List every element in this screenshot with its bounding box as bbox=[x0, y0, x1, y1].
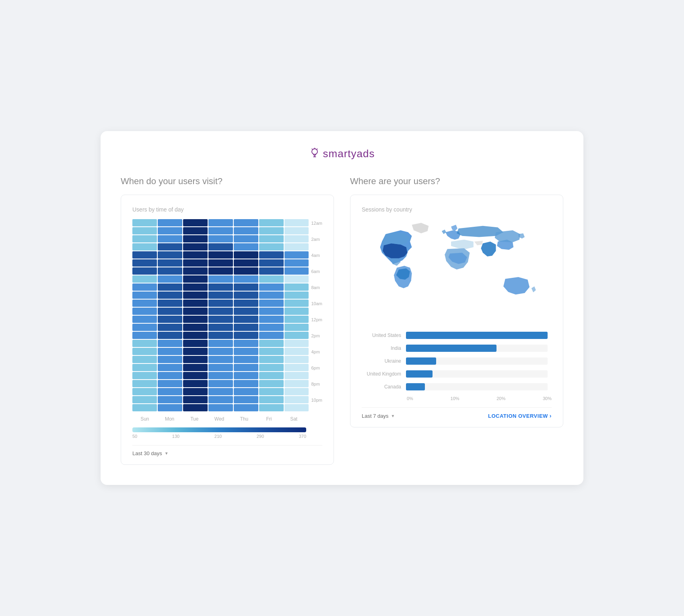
heatmap-cell bbox=[208, 380, 233, 387]
heatmap-cell bbox=[208, 267, 233, 275]
heatmap-cell bbox=[208, 235, 233, 242]
bar-track bbox=[406, 332, 548, 339]
day-label: Sat bbox=[281, 416, 306, 422]
heatmap-cell bbox=[259, 340, 284, 347]
heatmap-cell bbox=[208, 283, 233, 291]
heatmap-cell bbox=[158, 316, 182, 323]
heatmap-cell bbox=[234, 372, 258, 379]
heatmap-cell bbox=[234, 348, 258, 355]
heatmap-cell bbox=[132, 364, 157, 371]
heatmap-cell bbox=[183, 396, 208, 403]
heatmap-cell bbox=[234, 243, 258, 251]
heatmap-cell bbox=[259, 235, 284, 242]
heatmap-cell bbox=[208, 364, 233, 371]
heatmap-cell bbox=[208, 340, 233, 347]
heatmap-cell bbox=[234, 300, 258, 307]
time-label: 12pm bbox=[311, 316, 322, 324]
time-label: 6am bbox=[311, 267, 322, 275]
heatmap-cell bbox=[234, 308, 258, 315]
location-overview-link[interactable]: LOCATION OVERVIEW › bbox=[488, 413, 552, 419]
map-date-label: Last 7 days bbox=[362, 413, 389, 419]
heatmap-cell bbox=[132, 243, 157, 251]
heatmap-cell bbox=[259, 259, 284, 267]
heatmap-cell bbox=[284, 380, 309, 387]
country-bar-chart: United StatesIndiaUkraineUnited KingdomC… bbox=[362, 332, 552, 390]
heatmap-col-tue bbox=[183, 219, 208, 412]
svg-line-2 bbox=[317, 149, 317, 150]
heatmap-cell bbox=[208, 219, 233, 226]
heatmap-cell bbox=[208, 388, 233, 395]
heatmap-cell bbox=[132, 300, 157, 307]
bar-row: Ukraine bbox=[366, 357, 548, 365]
legend-value: 210 bbox=[214, 434, 222, 439]
heatmap-cell bbox=[132, 340, 157, 347]
heatmap-cell bbox=[259, 292, 284, 299]
logo-area: smartyads bbox=[121, 147, 563, 160]
heatmap-subtitle: Users by time of day bbox=[132, 206, 322, 213]
heatmap-cell bbox=[158, 364, 182, 371]
map-card: Sessions by country bbox=[350, 195, 563, 427]
heatmap-cell bbox=[158, 308, 182, 315]
heatmap-cell bbox=[158, 275, 182, 283]
right-section: Where are your users? Sessions by countr… bbox=[350, 176, 563, 465]
heatmap-cell bbox=[183, 292, 208, 299]
heatmap-cell bbox=[284, 340, 309, 347]
heatmap-cell bbox=[158, 267, 182, 275]
bar-axis-label: 0% bbox=[407, 396, 413, 401]
time-label bbox=[311, 275, 322, 283]
heatmap-cell bbox=[259, 275, 284, 283]
heatmap-cell bbox=[132, 251, 157, 259]
bar-track bbox=[406, 345, 548, 352]
heatmap-cell bbox=[284, 251, 309, 259]
heatmap-date-picker[interactable]: Last 30 days ▼ bbox=[132, 450, 169, 456]
heatmap-col-mon bbox=[158, 219, 182, 412]
heatmap-cell bbox=[284, 235, 309, 242]
heatmap-cell bbox=[259, 283, 284, 291]
bar-fill bbox=[406, 370, 433, 378]
bar-axis: 0%10%20%30% bbox=[407, 396, 552, 401]
heatmap-cell bbox=[158, 227, 182, 234]
heatmap-cell bbox=[284, 356, 309, 363]
heatmap-cell bbox=[132, 396, 157, 403]
heatmap-cell bbox=[208, 348, 233, 355]
bar-track bbox=[406, 383, 548, 390]
legend-bar bbox=[132, 427, 306, 432]
dropdown-arrow: ▼ bbox=[165, 451, 169, 456]
heatmap-cell bbox=[284, 259, 309, 267]
time-label bbox=[311, 227, 322, 235]
heatmap-cell bbox=[158, 332, 182, 339]
heatmap-cell bbox=[284, 227, 309, 234]
time-label: 12am bbox=[311, 219, 322, 227]
heatmap-cell bbox=[208, 372, 233, 379]
heatmap-cell bbox=[158, 259, 182, 267]
heatmap-cell bbox=[234, 364, 258, 371]
day-label: Fri bbox=[257, 416, 282, 422]
day-label: Wed bbox=[207, 416, 232, 422]
heatmap-cell bbox=[259, 364, 284, 371]
heatmap-cell bbox=[234, 283, 258, 291]
map-date-picker[interactable]: Last 7 days ▼ bbox=[362, 413, 395, 419]
heatmap-cell bbox=[259, 356, 284, 363]
heatmap-cell bbox=[208, 324, 233, 331]
heatmap-cell bbox=[284, 243, 309, 251]
heatmap-cell bbox=[158, 404, 182, 411]
heatmap-cell bbox=[259, 404, 284, 411]
heatmap-cell bbox=[132, 380, 157, 387]
main-card: smartyads When do your users visit? User… bbox=[101, 131, 583, 485]
time-label bbox=[311, 243, 322, 251]
bar-country-label: Ukraine bbox=[366, 358, 406, 364]
heatmap-cell bbox=[284, 219, 309, 226]
day-label: Mon bbox=[157, 416, 182, 422]
bar-row: Canada bbox=[366, 383, 548, 390]
heatmap-cell bbox=[132, 388, 157, 395]
heatmap-cell bbox=[132, 235, 157, 242]
heatmap-cell bbox=[158, 243, 182, 251]
heatmap-cell bbox=[183, 340, 208, 347]
svg-point-0 bbox=[312, 149, 317, 154]
heatmap-cell bbox=[234, 396, 258, 403]
heatmap-cell bbox=[132, 332, 157, 339]
heatmap-cell bbox=[158, 388, 182, 395]
left-section-title: When do your users visit? bbox=[121, 176, 334, 187]
heatmap-cell bbox=[234, 267, 258, 275]
logo-icon bbox=[309, 147, 320, 160]
